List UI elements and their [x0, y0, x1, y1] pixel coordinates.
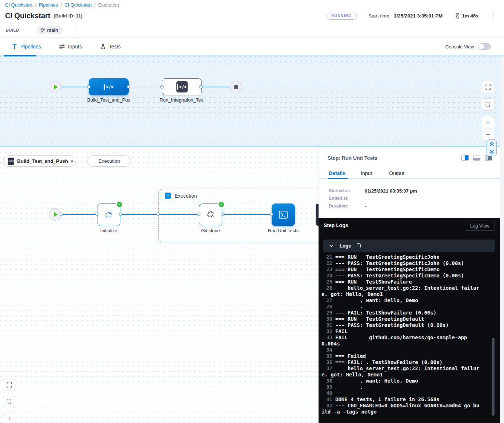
- plus-icon: +: [7, 415, 11, 423]
- zoom-in-button[interactable]: +: [482, 116, 494, 129]
- flask-icon: [100, 44, 106, 50]
- toggle-knob: [478, 44, 484, 50]
- breadcrumb-separator: /: [94, 2, 96, 8]
- tab-active-underline: [4, 55, 36, 56]
- kebab-menu-icon[interactable]: ⋮: [489, 13, 497, 19]
- success-check-icon: ✓: [218, 201, 225, 208]
- log-view-button[interactable]: Log View: [465, 221, 495, 231]
- port: [60, 213, 63, 216]
- port: [199, 85, 203, 88]
- detail-value: -: [365, 196, 366, 201]
- fill: [473, 158, 480, 161]
- layout-right-view-icon[interactable]: [461, 155, 469, 161]
- execution-view-button[interactable]: Execution: [87, 155, 131, 167]
- log-line: 25=== RUN TestShowFailure: [321, 279, 481, 285]
- log-line: 35=== Failed: [321, 353, 481, 359]
- tab-label: Inputs: [68, 44, 82, 50]
- breadcrumb-separator: /: [61, 2, 62, 8]
- marquee-select-button[interactable]: [482, 98, 494, 111]
- port: [127, 85, 130, 88]
- breadcrumb-link-pipeline[interactable]: CI Quickstart: [5, 2, 32, 8]
- tab-pipelines[interactable]: Pipelines: [12, 38, 41, 55]
- success-check-icon: ✓: [116, 201, 123, 208]
- log-line: 36=== FAIL: . TestShowFailure (0.00s): [321, 359, 481, 365]
- log-line: 28 .: [321, 304, 481, 310]
- panel-tab-active-underline: [328, 178, 348, 179]
- ci-step-icon: </>: [104, 84, 113, 90]
- stage-node-label: Build_Test_and_Pus: [80, 97, 138, 103]
- pipeline-start-node[interactable]: [49, 81, 61, 93]
- elapsed-time: 1m 46s: [462, 13, 479, 19]
- port: [156, 213, 160, 216]
- log-line: 23=== RUN TestGreetingSpecificDemo: [321, 266, 481, 273]
- chevrons-up-icon: [489, 141, 494, 147]
- tab-tests[interactable]: Tests: [100, 38, 121, 55]
- breadcrumb: CI Quickstart/Pipelines/CI Quickstart/Ex…: [5, 2, 119, 8]
- fullscreen-button[interactable]: [482, 81, 494, 93]
- chevron-down-icon: [329, 245, 333, 247]
- step-node-run-unit-tests[interactable]: [272, 203, 295, 226]
- step-logs-title: Step Logs: [324, 222, 348, 228]
- loading-spinner-icon: [356, 243, 361, 249]
- step-details-panel: Step: Run Unit Tests Details Input Outpu…: [319, 147, 500, 218]
- tab-inputs[interactable]: Inputs: [59, 38, 82, 55]
- layout-bottom-view-icon[interactable]: [473, 155, 480, 161]
- log-line: 21=== RUN TestGreetingSpecificJohn: [321, 254, 481, 260]
- fullscreen-button[interactable]: [3, 379, 15, 391]
- step-panel-title: Step: Run Unit Tests: [328, 155, 377, 161]
- tab-input[interactable]: Input: [361, 170, 372, 176]
- tab-label: Pipelines: [20, 44, 41, 50]
- tab-details[interactable]: Details: [329, 170, 345, 176]
- stage-start-node[interactable]: [49, 208, 61, 221]
- edge: [201, 87, 231, 87]
- zoom-out-button[interactable]: −: [482, 129, 494, 141]
- caret-down-icon: ▾: [71, 159, 73, 164]
- log-line: 41DONE 4 tests, 1 failure in 26.568s: [321, 396, 481, 403]
- build-id: (Build ID: 11): [53, 13, 82, 19]
- log-line: 22--- PASS: TestGreetingSpecificJohn (0.…: [321, 260, 481, 266]
- step-node-initialize[interactable]: ✓: [97, 203, 120, 226]
- step-node-git-clone[interactable]: ✓: [199, 203, 222, 226]
- execution-group: − Execution: [158, 189, 325, 242]
- group-collapse-button[interactable]: −: [165, 193, 171, 199]
- log-line: 33FAIL github.com/harness/go-sample-app …: [321, 335, 481, 347]
- detail-row-ended-at: Ended at: -: [329, 196, 366, 201]
- tab-output[interactable]: Output: [389, 170, 404, 176]
- panel-collapse-expand-control[interactable]: [487, 139, 497, 156]
- console-view-toggle[interactable]: [478, 43, 491, 50]
- port: [160, 85, 164, 88]
- detail-row-duration: Duration: -: [329, 203, 366, 209]
- port: [119, 213, 122, 216]
- status-badge: RUNNING: [326, 12, 357, 20]
- log-line: 40: [321, 390, 481, 396]
- breadcrumb-link-pipelines[interactable]: Pipelines: [39, 2, 58, 8]
- stage-node-build-test-and-push[interactable]: </>: [89, 78, 129, 95]
- zoom-in-button[interactable]: +: [3, 413, 15, 423]
- hourglass-icon: [455, 13, 460, 19]
- branch-name: main: [47, 27, 58, 33]
- detail-value: -: [365, 203, 366, 209]
- git-clone-plugin-icon: [205, 209, 216, 220]
- log-lines: 21=== RUN TestGreetingSpecificJohn22--- …: [321, 254, 481, 415]
- marquee-select-button[interactable]: [3, 396, 15, 408]
- header: CI Quickstart/Pipelines/CI Quickstart/Ex…: [0, 0, 504, 37]
- stage-graph-canvas[interactable]: </> Build_Test_and_Pus </> Run_Integrati…: [0, 56, 504, 146]
- stage-selector-dropdown[interactable]: </> Build_Test_and_Push ▾: [3, 155, 76, 167]
- log-line: 34: [321, 347, 481, 353]
- log-scrollbar-thumb[interactable]: [492, 338, 495, 416]
- breadcrumb-current: Execution: [98, 2, 119, 8]
- log-line: 29--- FAIL: TestShowFailure (0.00s): [321, 310, 481, 316]
- breadcrumb-link-pipeline2[interactable]: CI Quickstart: [64, 2, 92, 8]
- edge: [61, 214, 272, 215]
- edge: [61, 87, 89, 87]
- detail-row-started-at: Started at: 01/25/2021 03:35:37 pm: [329, 188, 417, 194]
- port: [270, 213, 273, 216]
- logs-section-header[interactable]: Logs: [323, 240, 495, 252]
- branch-chip[interactable]: main: [37, 26, 63, 34]
- stage-node-run-integration-tests[interactable]: </>: [162, 78, 202, 95]
- zoom-controls: + −: [482, 116, 494, 141]
- pipeline-end-node[interactable]: [230, 81, 242, 93]
- start-time-value: 1/25/2021 3:35:01 PM: [394, 13, 443, 19]
- play-icon: [54, 84, 58, 90]
- play-icon: [54, 212, 58, 217]
